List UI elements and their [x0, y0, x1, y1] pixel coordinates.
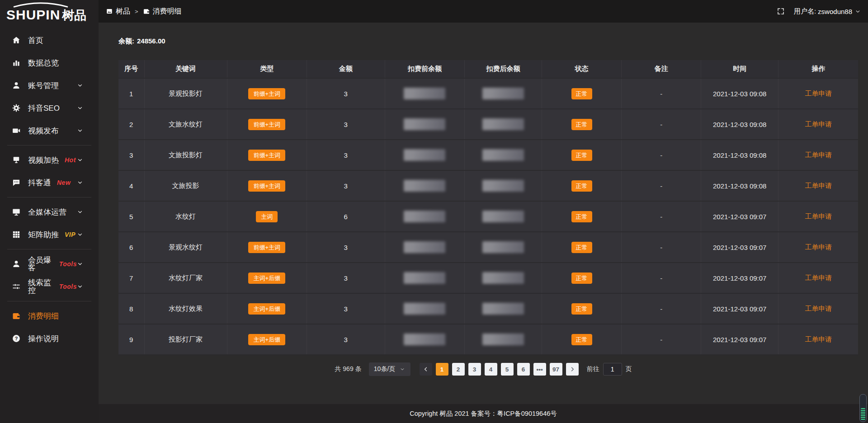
breadcrumb-separator: > [135, 8, 138, 15]
work-order-link[interactable]: 工单申请 [805, 274, 832, 282]
video-icon [12, 126, 21, 135]
side-float-widget[interactable] [859, 394, 867, 422]
cell-type: 主词+后缀 [227, 324, 307, 355]
sidebar-item-home[interactable]: 首页 [0, 29, 99, 52]
prev-page-button[interactable] [420, 363, 432, 376]
cell-action: 工单申请 [778, 201, 858, 232]
note-value: - [660, 90, 662, 98]
work-order-link[interactable]: 工单申请 [805, 335, 832, 343]
page-button-6[interactable]: 6 [517, 363, 530, 376]
float-widget-stripes [861, 408, 865, 420]
app-logo[interactable]: SHUPIN树品 [0, 0, 99, 24]
work-order-link[interactable]: 工单申请 [805, 243, 832, 251]
chevron-down-icon [77, 231, 83, 238]
sidebar-item-label: 视频加热 [28, 156, 59, 164]
page-button-2[interactable]: 2 [452, 363, 465, 376]
sidebar-item-matrix-boost[interactable]: 矩阵助推 VIP [0, 223, 99, 246]
status-badge: 正常 [571, 303, 592, 315]
redacted-balance [404, 211, 445, 222]
footer: Copyright 树品 2021 备案号：粤ICP备09019646号 [99, 404, 868, 423]
cell-amount: 3 [307, 293, 385, 324]
work-order-link[interactable]: 工单申请 [805, 151, 832, 159]
cell-time: 2021-12-03 09:08 [701, 140, 778, 170]
page-button-4[interactable]: 4 [485, 363, 497, 376]
table-body: 1 景观投影灯 前缀+主词 3 正常 - 2021-12-03 09:08 工单… [118, 78, 858, 355]
note-value: - [660, 182, 662, 190]
goto-page-input[interactable] [603, 363, 622, 376]
cell-time: 2021-12-03 09:07 [701, 324, 778, 355]
user-icon [12, 81, 21, 90]
sidebar-item-account[interactable]: 账号管理 [0, 74, 99, 97]
cell-keyword: 景观水纹灯 [144, 232, 227, 263]
table-header-row: 序号关键词类型金额扣费前余额扣费后余额状态备注时间操作 [118, 60, 858, 78]
fullscreen-icon[interactable] [777, 7, 785, 15]
redacted-balance [482, 180, 524, 192]
work-order-link[interactable]: 工单申请 [805, 120, 832, 128]
cell-action: 工单申请 [778, 263, 858, 293]
redacted-balance [482, 241, 524, 253]
cell-action: 工单申请 [778, 109, 858, 140]
cell-balance-after [464, 263, 542, 293]
redacted-balance [404, 149, 445, 161]
table-row: 9 投影灯厂家 主词+后缀 3 正常 - 2021-12-03 09:07 工单… [118, 324, 858, 355]
cell-keyword: 水纹灯效果 [144, 293, 227, 324]
type-badge: 主词+后缀 [248, 303, 285, 315]
sidebar-item-douketong[interactable]: 抖客通 New [0, 171, 99, 194]
cell-keyword: 文旅投影 [144, 170, 227, 201]
redacted-balance [404, 118, 445, 130]
page-ellipsis-button[interactable]: ••• [533, 363, 546, 376]
cell-note: - [622, 324, 701, 355]
cell-note: - [622, 263, 701, 293]
redacted-balance [404, 272, 445, 284]
cell-index: 4 [118, 170, 144, 201]
cell-keyword: 水纹灯厂家 [144, 263, 227, 293]
breadcrumb-item-consume-detail[interactable]: 消费明细 [143, 7, 182, 16]
user-label: 用户名: [794, 7, 816, 16]
cell-note: - [622, 78, 701, 109]
chevron-down-icon [77, 157, 83, 163]
user-menu[interactable]: 用户名: zswodun88 [794, 7, 861, 16]
sidebar-divider [7, 145, 91, 146]
cell-note: - [622, 201, 701, 232]
breadcrumb-item-shupin[interactable]: 树品 [106, 7, 130, 16]
sidebar-item-data-overview[interactable]: 数据总览 [0, 52, 99, 74]
page-button-5[interactable]: 5 [501, 363, 514, 376]
next-page-button[interactable] [566, 363, 579, 376]
monitor-icon [12, 207, 21, 216]
chat-icon [12, 178, 21, 187]
sidebar-item-media-operation[interactable]: 全媒体运营 [0, 201, 99, 223]
page-button-1[interactable]: 1 [436, 363, 448, 376]
chevron-down-icon [77, 209, 83, 215]
work-order-link[interactable]: 工单申请 [805, 305, 832, 312]
sidebar-item-video-heat[interactable]: 视频加热 Hot [0, 149, 99, 171]
page-button-97[interactable]: 97 [550, 363, 562, 376]
chevron-down-icon [77, 105, 83, 111]
note-value: - [660, 213, 662, 221]
work-order-link[interactable]: 工单申请 [805, 182, 832, 189]
cell-status: 正常 [542, 140, 622, 170]
column-header-4: 扣费前余额 [385, 60, 464, 78]
sidebar-item-video-publish[interactable]: 视频发布 [0, 119, 99, 142]
copyright-text: Copyright 树品 2021 备案号：粤ICP备09019646号 [410, 409, 557, 418]
cell-balance-after [464, 293, 542, 324]
sidebar-item-douyin-seo[interactable]: 抖音SEO [0, 97, 99, 119]
sidebar-divider [7, 197, 91, 197]
table-row: 6 景观水纹灯 前缀+主词 3 正常 - 2021-12-03 09:07 工单… [118, 232, 858, 263]
sidebar-item-consume-detail[interactable]: 消费明细 [0, 305, 99, 327]
breadcrumb-label: 消费明细 [153, 7, 182, 16]
page-button-3[interactable]: 3 [468, 363, 481, 376]
sidebar-item-clue-monitor[interactable]: 线索监控 Tools [0, 275, 99, 298]
chevron-down-icon [855, 9, 861, 14]
home-icon [12, 36, 21, 45]
work-order-link[interactable]: 工单申请 [805, 212, 832, 220]
sidebar-item-help[interactable]: ? 操作说明 [0, 327, 99, 350]
page-size-select[interactable]: 10条/页 [369, 362, 410, 376]
work-order-link[interactable]: 工单申请 [805, 89, 832, 97]
sidebar-item-member-baoke[interactable]: 会员爆客 Tools [0, 253, 99, 275]
cell-type: 主词 [227, 201, 307, 232]
sidebar-item-label: 全媒体运营 [28, 208, 66, 216]
type-badge: 主词 [256, 211, 278, 222]
cell-note: - [622, 232, 701, 263]
table-row: 7 水纹灯厂家 主词+后缀 3 正常 - 2021-12-03 09:07 工单… [118, 263, 858, 293]
note-value: - [660, 305, 662, 313]
